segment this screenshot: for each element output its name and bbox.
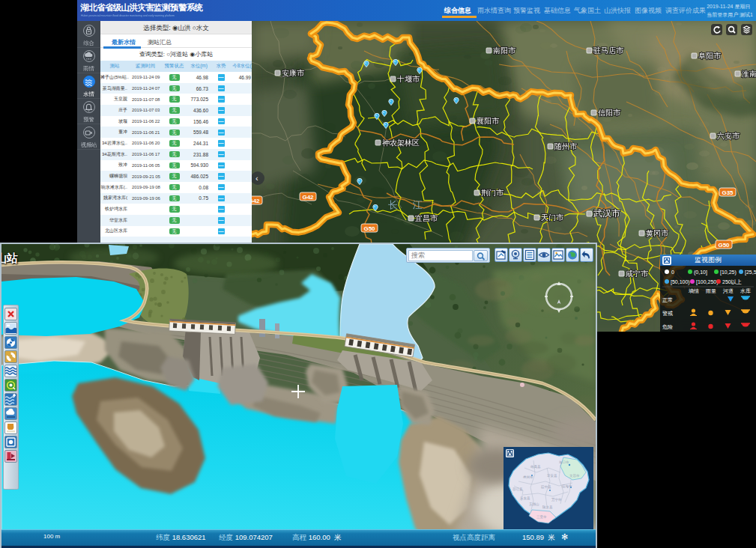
svg-text:驻马店市: 驻马店市 — [593, 46, 624, 55]
svg-text:南阳市: 南阳市 — [493, 46, 516, 55]
svg-text:安康市: 安康市 — [282, 69, 305, 77]
svg-text:乐东县: 乐东县 — [519, 496, 530, 500]
svg-text:‹: ‹ — [255, 174, 258, 183]
svg-text:G42: G42 — [302, 194, 314, 201]
svg-text:0: 0 — [671, 270, 674, 275]
svg-text:黄冈市: 黄冈市 — [646, 229, 669, 237]
svg-text:武汉市: 武汉市 — [593, 208, 620, 219]
svg-text:淮南: 淮南 — [742, 70, 756, 78]
svg-text:阜阳市: 阜阳市 — [698, 52, 722, 60]
svg-text:五指山: 五指山 — [529, 502, 539, 506]
svg-text:[100,250): [100,250) — [696, 279, 719, 285]
svg-text:信阳市: 信阳市 — [598, 109, 621, 117]
svg-text:三亚市: 三亚市 — [536, 514, 547, 519]
svg-text:天门市: 天门市 — [541, 213, 564, 222]
svg-text:随州市: 随州市 — [554, 142, 578, 150]
svg-text:咸宁市: 咸宁市 — [626, 270, 649, 278]
svg-text:G50: G50 — [363, 225, 375, 232]
svg-text:正常: 正常 — [662, 297, 673, 302]
svg-text:危险: 危险 — [662, 324, 673, 329]
svg-text:十堰市: 十堰市 — [396, 75, 420, 83]
svg-text:神农架林区: 神农架林区 — [382, 138, 420, 147]
svg-text:定安县: 定安县 — [547, 474, 557, 478]
svg-text:[25,50: [25,50 — [745, 270, 756, 275]
svg-text:警戒: 警戒 — [662, 311, 673, 317]
svg-text:六安市: 六安市 — [717, 132, 740, 140]
svg-text:[10,25): [10,25) — [720, 270, 737, 275]
svg-text:长 江: 长 江 — [388, 199, 429, 210]
svg-text:文昌市: 文昌市 — [569, 474, 580, 478]
svg-text:襄阳市: 襄阳市 — [477, 117, 500, 125]
svg-text:宜昌市: 宜昌市 — [415, 214, 438, 222]
svg-text:(0,10]: (0,10] — [694, 270, 707, 275]
svg-text:琼中县: 琼中县 — [540, 485, 551, 489]
svg-text:G35: G35 — [722, 189, 734, 196]
svg-text:陵水县: 陵水县 — [542, 505, 553, 509]
svg-text:G42: G42 — [252, 198, 260, 204]
svg-text:临高县: 临高县 — [530, 465, 541, 469]
svg-text:水库: 水库 — [740, 288, 751, 293]
svg-text:河道: 河道 — [722, 288, 734, 294]
svg-text:[50,100): [50,100) — [671, 279, 690, 285]
svg-text:万宁市: 万宁市 — [551, 498, 562, 502]
svg-text:250以上: 250以上 — [722, 279, 742, 284]
svg-text:墒情: 墒情 — [688, 288, 699, 294]
svg-text:荆门市: 荆门市 — [481, 189, 504, 197]
svg-text:雨量: 雨量 — [706, 288, 716, 293]
svg-text:G50: G50 — [718, 242, 730, 249]
svg-text:昌江县: 昌江县 — [512, 487, 523, 491]
svg-text:海口市: 海口市 — [559, 460, 569, 464]
